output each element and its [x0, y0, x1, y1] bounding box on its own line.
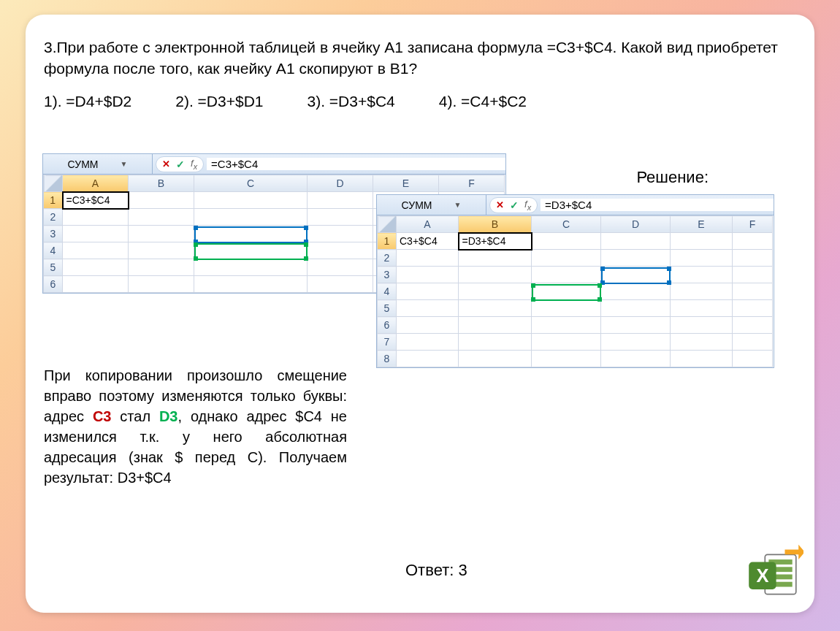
cell[interactable]: [601, 317, 671, 334]
cell[interactable]: [532, 317, 601, 334]
cell[interactable]: [601, 351, 671, 367]
row-header-5[interactable]: 5: [378, 300, 397, 317]
cell[interactable]: [601, 250, 671, 267]
row-header-2[interactable]: 2: [44, 209, 63, 226]
cell-a1[interactable]: =C3+$C4: [63, 192, 129, 209]
cell[interactable]: [733, 267, 773, 283]
col-header-e[interactable]: E: [373, 175, 439, 192]
cell[interactable]: [194, 276, 308, 293]
row-header-8[interactable]: 8: [378, 351, 397, 367]
cell[interactable]: [671, 250, 733, 267]
col-header-b[interactable]: B: [459, 216, 532, 233]
dropdown-icon[interactable]: ▼: [120, 160, 127, 168]
dropdown-icon[interactable]: ▼: [454, 201, 461, 209]
cell[interactable]: [308, 259, 373, 276]
cell[interactable]: [733, 351, 773, 367]
col-header-d[interactable]: D: [308, 175, 373, 192]
col-header-b[interactable]: B: [129, 175, 194, 192]
cell[interactable]: [532, 351, 601, 367]
cell[interactable]: [397, 351, 459, 367]
row-header-4[interactable]: 4: [378, 283, 397, 300]
select-all-corner[interactable]: [44, 175, 63, 192]
col-header-d[interactable]: D: [601, 216, 671, 233]
col-header-a[interactable]: A: [63, 175, 129, 192]
cell[interactable]: [194, 192, 308, 209]
cell[interactable]: [733, 233, 773, 250]
cell[interactable]: [532, 334, 601, 351]
cell[interactable]: [671, 300, 733, 317]
cell[interactable]: [733, 300, 773, 317]
cell[interactable]: [671, 233, 733, 250]
fx-icon[interactable]: fx: [191, 158, 197, 171]
cell[interactable]: [397, 300, 459, 317]
cell[interactable]: [308, 276, 373, 293]
cell[interactable]: [129, 276, 194, 293]
row-header-4[interactable]: 4: [44, 242, 63, 259]
cell[interactable]: [671, 283, 733, 300]
name-box[interactable]: СУММ ▼: [43, 154, 153, 174]
confirm-icon[interactable]: ✓: [510, 199, 519, 211]
cell[interactable]: [397, 250, 459, 267]
cell[interactable]: [194, 226, 308, 242]
col-header-c[interactable]: C: [194, 175, 308, 192]
cell[interactable]: [601, 300, 671, 317]
row-header-1[interactable]: 1: [44, 192, 63, 209]
cell[interactable]: [671, 351, 733, 367]
cell-b1[interactable]: =D3+$C4: [459, 233, 532, 250]
cell[interactable]: [63, 276, 129, 293]
spreadsheet-grid[interactable]: A B C D E F 1 C3+$C4 =D3+$C4 2 3 4 5 6 7…: [377, 215, 773, 367]
cell[interactable]: [601, 267, 671, 283]
fx-icon[interactable]: fx: [524, 199, 531, 212]
cell[interactable]: [671, 334, 733, 351]
cell[interactable]: [129, 192, 194, 209]
cell[interactable]: [397, 317, 459, 334]
row-header-5[interactable]: 5: [44, 259, 63, 276]
cell[interactable]: [63, 242, 129, 259]
cancel-icon[interactable]: ✕: [162, 158, 170, 169]
cell[interactable]: [601, 283, 671, 300]
cell[interactable]: [308, 226, 373, 242]
cell[interactable]: [532, 283, 601, 300]
cell[interactable]: [733, 250, 773, 267]
cell[interactable]: [532, 250, 601, 267]
row-header-7[interactable]: 7: [378, 334, 397, 351]
cell[interactable]: [194, 242, 308, 259]
cell[interactable]: [308, 242, 373, 259]
formula-input[interactable]: =C3+$C4: [207, 158, 505, 170]
cell[interactable]: [733, 317, 773, 334]
row-header-2[interactable]: 2: [378, 250, 397, 267]
select-all-corner[interactable]: [378, 216, 397, 233]
row-header-3[interactable]: 3: [44, 226, 63, 242]
row-header-3[interactable]: 3: [378, 267, 397, 283]
cell[interactable]: [63, 259, 129, 276]
cell[interactable]: [671, 267, 733, 283]
row-header-6[interactable]: 6: [44, 276, 63, 293]
col-header-e[interactable]: E: [671, 216, 733, 233]
cell[interactable]: [733, 334, 773, 351]
cell[interactable]: [459, 300, 532, 317]
cell[interactable]: [63, 209, 129, 226]
cell[interactable]: [194, 259, 308, 276]
cell[interactable]: [63, 226, 129, 242]
cell[interactable]: [459, 267, 532, 283]
col-header-c[interactable]: C: [532, 216, 601, 233]
formula-input[interactable]: =D3+$C4: [541, 199, 774, 211]
cancel-icon[interactable]: ✕: [496, 199, 504, 210]
cell[interactable]: [532, 300, 601, 317]
cell-a1[interactable]: C3+$C4: [397, 233, 459, 250]
cell[interactable]: [129, 259, 194, 276]
cell[interactable]: [733, 283, 773, 300]
cell[interactable]: [129, 242, 194, 259]
cell[interactable]: [459, 351, 532, 367]
cell[interactable]: [129, 209, 194, 226]
cell[interactable]: [397, 267, 459, 283]
row-header-6[interactable]: 6: [378, 317, 397, 334]
cell[interactable]: [532, 267, 601, 283]
col-header-a[interactable]: A: [397, 216, 459, 233]
col-header-f[interactable]: F: [733, 216, 773, 233]
cell[interactable]: [459, 250, 532, 267]
cell[interactable]: [532, 233, 601, 250]
confirm-icon[interactable]: ✓: [176, 158, 185, 170]
cell[interactable]: [459, 283, 532, 300]
cell[interactable]: [194, 209, 308, 226]
